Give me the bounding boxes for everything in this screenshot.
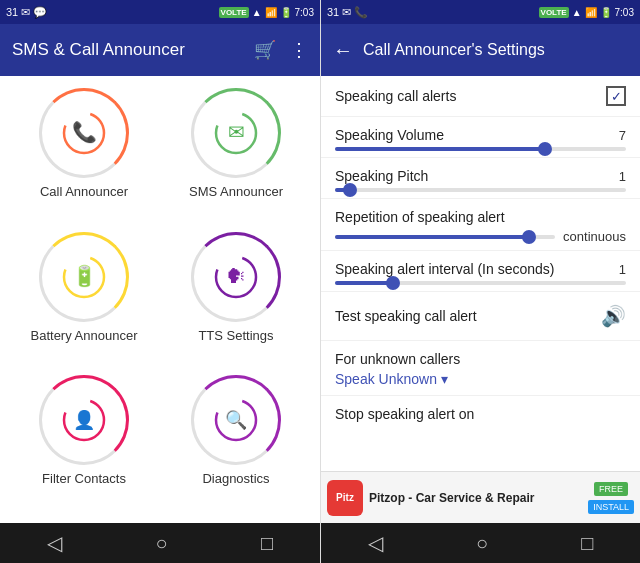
unknown-callers-label: For unknown callers xyxy=(335,351,626,367)
right-status-bar: 31 ✉ 📞 VOLTE ▲ 📶 🔋 7:03 xyxy=(321,0,640,24)
battery-icon: 🔋 xyxy=(280,7,292,18)
repetition-label: Repetition of speaking alert xyxy=(335,209,505,225)
right-call-icon: 📞 xyxy=(354,6,368,19)
test-speaking-row: Test speaking call alert 🔊 xyxy=(321,292,640,341)
left-panel: 31 ✉ 💬 VOLTE ▲ 📶 🔋 7:03 SMS & Call Annou… xyxy=(0,0,320,563)
ad-logo: Pitz xyxy=(327,480,363,516)
interval-fill xyxy=(335,281,393,285)
recent-nav-icon[interactable]: □ xyxy=(261,532,273,555)
svg-text:🔋: 🔋 xyxy=(72,264,97,288)
repetition-track[interactable] xyxy=(335,235,555,239)
speaking-volume-track[interactable] xyxy=(335,147,626,151)
interval-thumb[interactable] xyxy=(386,276,400,290)
diagnostics-icon: 🔍 xyxy=(214,398,258,442)
sms-announcer-label: SMS Announcer xyxy=(189,184,283,199)
right-status-right: VOLTE ▲ 📶 🔋 7:03 xyxy=(539,7,634,18)
volte-badge: VOLTE xyxy=(219,7,249,18)
right-signal-icon: 📶 xyxy=(585,7,597,18)
battery-announcer-label: Battery Announcer xyxy=(31,328,138,343)
right-status-icons: 31 ✉ 📞 xyxy=(327,6,368,19)
ad-text-block: Pitzop - Car Service & Repair xyxy=(369,491,582,505)
repetition-fill xyxy=(335,235,529,239)
speaking-volume-slider-container xyxy=(335,147,626,151)
gmail-icon: ✉ xyxy=(21,6,30,19)
call-announcer-label: Call Announcer xyxy=(40,184,128,199)
filter-contacts-label: Filter Contacts xyxy=(42,471,126,486)
battery-announcer-icon: 🔋 xyxy=(62,255,106,299)
svg-text:🔍: 🔍 xyxy=(225,409,248,431)
grid-item-diagnostics[interactable]: 🔍 Diagnostics xyxy=(164,375,308,511)
speaking-pitch-track[interactable] xyxy=(335,188,626,192)
filter-contacts-icon-circle: 👤 xyxy=(39,375,129,465)
interval-row: Speaking alert interval (In seconds) 1 xyxy=(321,251,640,292)
app-title: SMS & Call Announcer xyxy=(12,40,254,60)
sms-announcer-icon-circle: ✉ xyxy=(191,88,281,178)
svg-text:🗣: 🗣 xyxy=(226,265,246,287)
repetition-value: continuous xyxy=(563,229,626,244)
right-panel: 31 ✉ 📞 VOLTE ▲ 📶 🔋 7:03 ← Call Announcer… xyxy=(320,0,640,563)
signal-icon: 📶 xyxy=(265,7,277,18)
cart-icon[interactable]: 🛒 xyxy=(254,39,276,61)
grid-item-tts-settings[interactable]: 🗣 TTS Settings xyxy=(164,232,308,368)
right-wifi-icon: ▲ xyxy=(572,7,582,18)
tts-icon: 🗣 xyxy=(214,255,258,299)
right-back-nav-icon[interactable]: ◁ xyxy=(368,531,383,555)
left-app-bar: SMS & Call Announcer 🛒 ⋮ xyxy=(0,24,320,76)
right-home-nav-icon[interactable]: ○ xyxy=(476,532,488,555)
test-speaker-icon[interactable]: 🔊 xyxy=(601,304,626,328)
left-status-right: VOLTE ▲ 📶 🔋 7:03 xyxy=(219,7,314,18)
right-msg-icon: ✉ xyxy=(342,6,351,19)
sms-icon: ✉ xyxy=(214,111,258,155)
grid-item-filter-contacts[interactable]: 👤 Filter Contacts xyxy=(12,375,156,511)
tts-settings-icon-circle: 🗣 xyxy=(191,232,281,322)
home-nav-icon[interactable]: ○ xyxy=(155,532,167,555)
unknown-callers-dropdown[interactable]: Speak Unknown ▾ xyxy=(335,371,626,387)
right-volte-badge: VOLTE xyxy=(539,7,569,18)
sim-icon: 31 xyxy=(6,6,18,18)
stop-row: Stop speaking alert on xyxy=(321,396,640,426)
repetition-thumb[interactable] xyxy=(522,230,536,244)
speaking-call-alerts-row: Speaking call alerts ✓ xyxy=(321,76,640,117)
speaking-volume-thumb[interactable] xyxy=(538,142,552,156)
repetition-row: Repetition of speaking alert continuous xyxy=(321,199,640,251)
ad-free-badge: FREE xyxy=(594,482,628,496)
back-nav-icon[interactable]: ◁ xyxy=(47,531,62,555)
right-recent-nav-icon[interactable]: □ xyxy=(581,532,593,555)
speaking-volume-row: Speaking Volume 7 xyxy=(321,117,640,158)
right-sim-icon: 31 xyxy=(327,6,339,18)
notification-icon: 💬 xyxy=(33,6,47,19)
settings-content: Speaking call alerts ✓ Speaking Volume 7… xyxy=(321,76,640,471)
unknown-callers-row: For unknown callers Speak Unknown ▾ xyxy=(321,341,640,396)
phone-icon: 📞 xyxy=(62,111,106,155)
speaking-pitch-thumb[interactable] xyxy=(343,183,357,197)
menu-icon[interactable]: ⋮ xyxy=(290,39,308,61)
diagnostics-label: Diagnostics xyxy=(202,471,269,486)
settings-title: Call Announcer's Settings xyxy=(363,41,545,59)
ad-install-button[interactable]: INSTALL xyxy=(588,500,634,514)
speaking-pitch-slider-container xyxy=(335,188,626,192)
right-battery-icon: 🔋 xyxy=(600,7,612,18)
grid-item-sms-announcer[interactable]: ✉ SMS Announcer xyxy=(164,88,308,224)
speaking-volume-label: Speaking Volume xyxy=(335,127,444,143)
speaking-pitch-label: Speaking Pitch xyxy=(335,168,428,184)
left-status-icons: 31 ✉ 💬 xyxy=(6,6,47,19)
settings-app-bar: ← Call Announcer's Settings xyxy=(321,24,640,76)
speaking-call-alerts-checkbox[interactable]: ✓ xyxy=(606,86,626,106)
interval-slider-container xyxy=(335,281,626,285)
back-button[interactable]: ← xyxy=(333,39,353,62)
speaking-call-alerts-label: Speaking call alerts xyxy=(335,88,456,104)
ad-logo-text: Pitz xyxy=(336,492,354,503)
grid-item-battery-announcer[interactable]: 🔋 Battery Announcer xyxy=(12,232,156,368)
time-display: 7:03 xyxy=(295,7,314,18)
interval-label: Speaking alert interval (In seconds) xyxy=(335,261,554,277)
unknown-dropdown-label: Speak Unknown xyxy=(335,371,437,387)
interval-track[interactable] xyxy=(335,281,626,285)
interval-value: 1 xyxy=(606,262,626,277)
tts-settings-label: TTS Settings xyxy=(198,328,273,343)
grid-item-call-announcer[interactable]: 📞 Call Announcer xyxy=(12,88,156,224)
ad-title: Pitzop - Car Service & Repair xyxy=(369,491,582,505)
speaking-volume-value: 7 xyxy=(606,128,626,143)
speaking-pitch-value: 1 xyxy=(606,169,626,184)
left-status-bar: 31 ✉ 💬 VOLTE ▲ 📶 🔋 7:03 xyxy=(0,0,320,24)
speaking-pitch-row: Speaking Pitch 1 xyxy=(321,158,640,199)
